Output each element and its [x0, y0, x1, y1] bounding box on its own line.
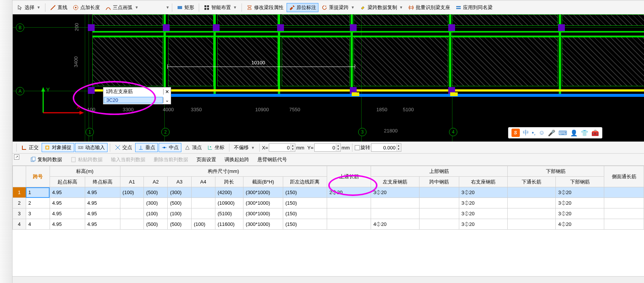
copy-span-data-button[interactable]: 复制跨数据 [28, 155, 64, 164]
th-elevation[interactable]: 标高(m) [50, 166, 120, 177]
table-cell[interactable]: (500) [168, 219, 192, 230]
table-cell[interactable]: (500) [144, 187, 168, 198]
table-row[interactable]: 444.954.95(500)(500)(100)(11600)(300*100… [13, 219, 644, 230]
table-cell[interactable]: (500) [168, 198, 192, 208]
coord-button[interactable]: 坐标 [205, 143, 227, 152]
th-a1[interactable]: A1 [120, 177, 144, 187]
table-cell[interactable]: (300*1000) [243, 187, 283, 198]
th-edge-dist[interactable]: 距左边线距离 [283, 177, 327, 187]
table-cell[interactable]: 4⏀20 [556, 219, 604, 230]
table-cell[interactable]: 4.95 [85, 198, 120, 208]
ime-emoji-icon[interactable]: ☺ [539, 129, 545, 136]
rotate-checkbox[interactable] [355, 145, 360, 150]
table-cell[interactable] [120, 198, 144, 208]
th-side[interactable]: 侧面通长筋 [604, 166, 644, 187]
table-cell[interactable]: (300*1000) [243, 219, 283, 230]
table-cell[interactable] [191, 187, 215, 198]
delete-col-button[interactable]: 删除当前列数据 [151, 155, 190, 164]
select-button[interactable]: 选择 ▼ [15, 3, 43, 12]
swap-start-button[interactable]: 调换起始跨 [222, 155, 251, 164]
th-bottom-long[interactable]: 下通长筋 [507, 177, 556, 187]
table-cell[interactable]: 3⏀20 [459, 219, 507, 230]
input-col-button[interactable]: 输入当前列数据 [109, 155, 148, 164]
table-cell[interactable]: 3⏀20 [459, 187, 507, 198]
table-cell[interactable]: 2 [13, 198, 26, 208]
rotate-input[interactable]: 0.000▲▼ [371, 143, 401, 152]
table-cell[interactable]: 4.95 [50, 198, 85, 208]
beam-data-table[interactable]: 跨号 标高(m) 构件尺寸(mm) 上通长筋 上部钢筋 下部钢筋 侧面通长筋 起… [12, 166, 644, 230]
table-cell[interactable]: (5100) [215, 208, 243, 219]
ime-lang[interactable]: 中 [523, 129, 529, 137]
table-cell[interactable] [604, 208, 644, 219]
horizontal-scrollbar[interactable] [12, 276, 644, 283]
table-cell[interactable]: (300) [168, 187, 192, 198]
table-cell[interactable]: 3⏀20 [556, 187, 604, 198]
table-cell[interactable]: 1 [26, 187, 50, 198]
table-row[interactable]: 224.954.95(300)(500)(10900)(300*1000)(15… [13, 198, 644, 208]
table-cell[interactable]: (500) [144, 219, 168, 230]
ime-toolbar[interactable]: S 中 •, ☺ 🎤 ⌨ 👤 👕 🧰 [508, 127, 602, 138]
table-cell[interactable] [507, 208, 556, 219]
th-span-no[interactable]: 跨号 [26, 166, 50, 187]
table-cell[interactable]: 3⏀20 [459, 208, 507, 219]
th-a4[interactable]: A4 [191, 177, 215, 187]
th-dimensions[interactable]: 构件尺寸(mm) [120, 166, 327, 177]
ime-skin-icon[interactable]: 👕 [581, 129, 588, 137]
table-cell[interactable]: 4.95 [85, 219, 120, 230]
table-cell[interactable] [191, 198, 215, 208]
table-cell[interactable] [120, 219, 144, 230]
table-cell[interactable]: 4.95 [85, 187, 120, 198]
batch-recognize-button[interactable]: 批量识别梁支座 [406, 3, 452, 12]
table-cell[interactable] [507, 187, 556, 198]
point-length-button[interactable]: 点加长度 [70, 3, 102, 12]
smart-layout-button[interactable]: 智能布置 ▼ [201, 3, 239, 12]
table-cell[interactable]: 4.95 [50, 208, 85, 219]
table-cell[interactable] [419, 219, 459, 230]
table-cell[interactable] [327, 198, 371, 208]
table-cell[interactable] [419, 208, 459, 219]
th-top-long[interactable]: 上通长筋 [327, 166, 371, 187]
x-input[interactable]: 0▲▼ [269, 143, 295, 152]
table-cell[interactable]: 4.95 [50, 187, 85, 198]
popup-dropdown-button[interactable]: ⌄ [163, 97, 171, 103]
table-cell[interactable]: (300*1000) [243, 198, 283, 208]
copy-span-data-button[interactable]: 梁跨数据复制 ▼ [358, 3, 405, 12]
table-cell[interactable]: (150) [283, 208, 327, 219]
ime-toolbox-icon[interactable]: 🧰 [591, 129, 599, 137]
object-snap-button[interactable]: 对象捕捉 [42, 143, 74, 152]
table-cell[interactable] [120, 208, 144, 219]
modify-beam-button[interactable]: 修改梁段属性 [244, 3, 286, 12]
table-cell[interactable] [191, 208, 215, 219]
table-cell[interactable] [327, 208, 371, 219]
ime-voice-icon[interactable]: 🎤 [548, 129, 555, 137]
table-cell[interactable] [419, 198, 459, 208]
table-cell[interactable]: 3⏀20 [459, 198, 507, 208]
table-cell[interactable]: (100) [191, 219, 215, 230]
table-cell[interactable] [371, 198, 419, 208]
th-a2[interactable]: A2 [144, 177, 168, 187]
popup-close-button[interactable]: ✕ [163, 89, 171, 95]
th-left-support[interactable]: 左支座钢筋 [371, 177, 419, 187]
ortho-button[interactable]: 正交 [19, 143, 41, 152]
in-place-label-button[interactable]: 原位标注 [287, 3, 318, 12]
th-a3[interactable]: A3 [168, 177, 192, 187]
table-cell[interactable]: 3⏀20 [556, 198, 604, 208]
table-cell[interactable] [604, 198, 644, 208]
vertex-button[interactable]: 顶点 [182, 143, 204, 152]
table-cell[interactable]: 2⏀20 [327, 187, 371, 198]
table-cell[interactable] [371, 208, 419, 219]
re-span-button[interactable]: 重提梁跨 ▼ [319, 3, 357, 12]
ime-punct-icon[interactable]: •, [532, 129, 536, 136]
table-cell[interactable]: (100) [144, 208, 168, 219]
table-cell[interactable]: 3 [13, 208, 26, 219]
table-cell[interactable]: (150) [283, 198, 327, 208]
table-cell[interactable] [604, 219, 644, 230]
rect-button[interactable]: 矩形 [175, 3, 196, 12]
th-start-elev[interactable]: 起点标高 [50, 177, 85, 187]
cantilever-button[interactable]: 悬臂钢筋代号 [255, 155, 289, 164]
table-cell[interactable]: (100) [120, 187, 144, 198]
page-setup-button[interactable]: 页面设置 [194, 155, 218, 164]
th-section[interactable]: 截面(B*H) [243, 177, 283, 187]
table-cell[interactable]: (150) [283, 187, 327, 198]
drawing-canvas[interactable]: 10100 100 3300 4000 3350 10900 7550 1850… [12, 14, 644, 142]
